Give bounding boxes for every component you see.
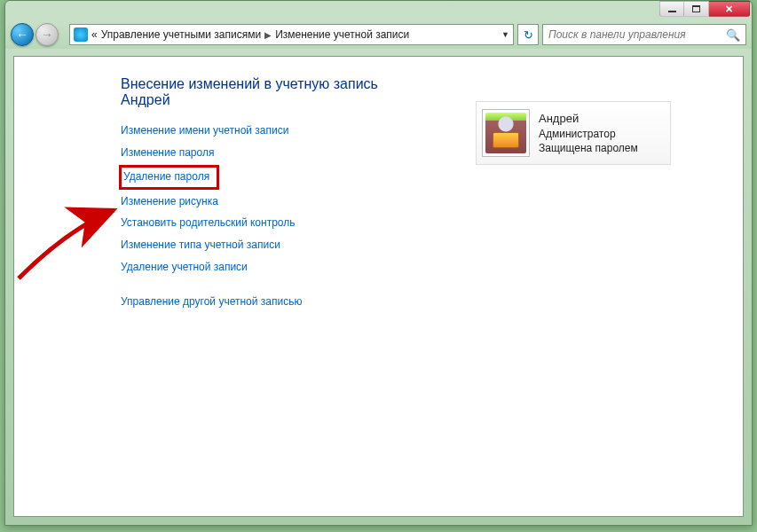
refresh-button[interactable]: ↻ [517,24,539,45]
minimize-button[interactable] [659,1,684,17]
titlebar: ✕ [5,1,752,20]
user-card: Андрей Администратор Защищена паролем [476,101,671,165]
avatar-frame [482,109,530,157]
chevron-right-icon: ▶ [264,30,272,40]
highlighted-link-box: Удаление пароля [119,165,219,190]
navbar: ← → « Управление учетными записями ▶ Изм… [5,20,752,49]
forward-arrow-icon: → [41,27,53,42]
minimize-icon [668,11,676,12]
link-delete-password[interactable]: Удаление пароля [123,170,209,184]
search-input[interactable] [548,28,726,41]
user-status: Защищена паролем [539,141,638,155]
back-button[interactable]: ← [11,23,34,46]
maximize-icon [692,5,700,12]
link-delete-account[interactable]: Удаление учетной записи [121,261,422,275]
search-box[interactable]: 🔍 [542,24,746,45]
user-role: Администратор [539,127,638,141]
users-icon [74,27,88,42]
avatar-image [485,113,526,153]
content-area: Внесение изменений в учетную запись Андр… [13,56,744,517]
breadcrumb-prefix: « [91,28,98,41]
link-manage-other-account[interactable]: Управление другой учетной записью [121,295,422,309]
close-icon: ✕ [725,4,733,15]
breadcrumb-item[interactable]: Изменение учетной записи [275,28,409,41]
link-parental-controls[interactable]: Установить родительский контроль [121,216,422,231]
back-arrow-icon: ← [16,27,28,42]
link-change-account-type[interactable]: Изменение типа учетной записи [121,239,422,253]
breadcrumb-item[interactable]: Управление учетными записями [101,28,261,41]
link-change-password[interactable]: Изменение пароля [121,146,422,160]
chevron-down-icon[interactable]: ▼ [501,30,509,39]
maximize-button[interactable] [684,1,709,17]
page-heading: Внесение изменений в учетную запись Андр… [121,76,422,108]
forward-button[interactable]: → [35,23,59,46]
control-panel-window: ✕ ← → « Управление учетными записями ▶ И… [4,0,753,526]
refresh-icon: ↻ [524,28,533,42]
search-icon[interactable]: 🔍 [726,28,740,42]
user-name: Андрей [539,111,638,127]
link-change-picture[interactable]: Изменение рисунка [121,195,422,209]
breadcrumb-bar[interactable]: « Управление учетными записями ▶ Изменен… [69,24,514,45]
close-button[interactable]: ✕ [709,1,750,17]
link-change-account-name[interactable]: Изменение имени учетной записи [121,124,422,138]
